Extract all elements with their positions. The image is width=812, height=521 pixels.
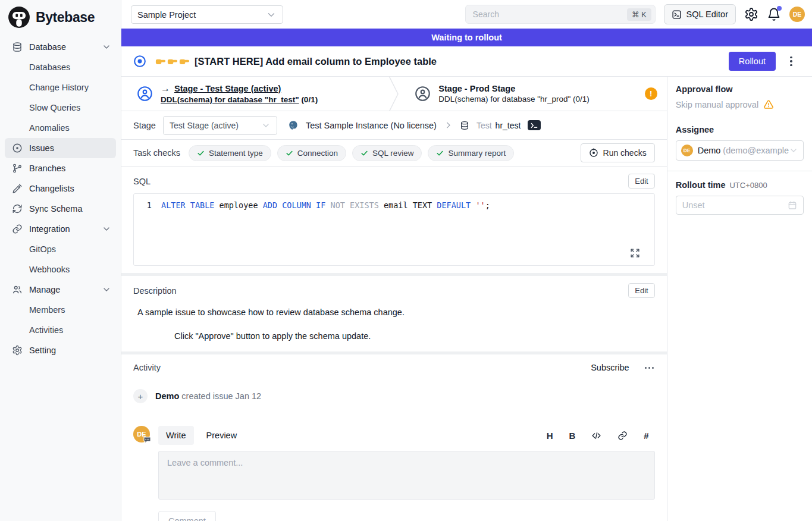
check-pill-summary-report[interactable]: Summary report	[428, 145, 514, 161]
kebab-menu-icon[interactable]	[786, 54, 797, 68]
sql-section-title: SQL	[133, 177, 151, 186]
sidebar-item-anomalies[interactable]: Anomalies	[0, 118, 121, 138]
link-icon	[12, 224, 23, 234]
comment-submit-button[interactable]: Comment	[158, 511, 216, 521]
stage-card-prod[interactable]: Stage - Prod Stage DDL(schema) for datab…	[399, 77, 666, 111]
check-pill-sql-review[interactable]: SQL review	[352, 145, 422, 161]
stage-bar: Stage Test Stage (active) Test Sample In…	[121, 111, 667, 140]
sql-editor-button[interactable]: SQL Editor	[664, 4, 736, 24]
event-action: created issue	[181, 391, 233, 401]
sidebar-nav: Database Databases Change History Slow Q…	[0, 34, 121, 360]
gear-icon[interactable]	[744, 7, 758, 21]
database-name-link[interactable]: hr_test	[496, 121, 521, 130]
assignee-select[interactable]: DE Demo (demo@example	[676, 140, 804, 161]
hash-icon[interactable]: #	[644, 431, 648, 441]
chevron-down-icon	[102, 224, 111, 234]
sidebar-item-gitops[interactable]: GitOps	[0, 239, 121, 259]
status-banner: Waiting to rollout	[121, 29, 812, 46]
chevron-down-icon	[789, 146, 798, 155]
tab-preview[interactable]: Preview	[199, 426, 245, 445]
sidebar-item-manage[interactable]: Manage	[0, 280, 121, 300]
sidebar-item-activities[interactable]: Activities	[0, 320, 121, 340]
sidebar-item-members[interactable]: Members	[0, 300, 121, 320]
sidebar-item-changelists[interactable]: Changelists	[0, 178, 121, 199]
assignee-email: (demo@example	[723, 146, 789, 155]
environment-name: Test	[476, 121, 492, 130]
topbar: Sample Project ⌘ K SQL Editor DE	[121, 0, 812, 29]
stage-task: DDL(schema) for database "hr_prod" (0/1)	[438, 95, 589, 103]
stage-task-progress: (0/1)	[299, 95, 318, 104]
sidebar-item-issues[interactable]: Issues	[5, 138, 116, 158]
sidebar-item-branches[interactable]: Branches	[0, 158, 121, 178]
approval-flow-title: Approval flow	[676, 84, 804, 94]
expand-icon[interactable]	[630, 248, 640, 258]
stage-task-link[interactable]: DDL(schema) for database "hr_test"	[161, 95, 299, 104]
sidebar-item-change-history[interactable]: Change History	[0, 77, 121, 98]
line-number: 1	[134, 200, 161, 210]
sidebar-item-database[interactable]: Database	[0, 37, 121, 57]
task-checks-bar: Task checks Statement type Connection SQ…	[121, 140, 667, 167]
sidebar-item-integration[interactable]: Integration	[0, 219, 121, 239]
postgresql-icon	[288, 120, 299, 131]
assignee-avatar: DE	[681, 145, 693, 156]
sidebar-item-slow-queries[interactable]: Slow Queries	[0, 98, 121, 118]
gear-icon	[12, 345, 23, 356]
sidebar-item-setting[interactable]: Setting	[0, 340, 121, 360]
status-banner-text: Waiting to rollout	[431, 33, 502, 42]
sidebar-item-webhooks[interactable]: Webhooks	[0, 259, 121, 280]
sql-edit-button[interactable]: Edit	[628, 174, 654, 189]
project-select[interactable]: Sample Project	[131, 5, 283, 24]
heading-icon[interactable]: H	[547, 431, 553, 441]
warning-triangle-icon	[763, 99, 774, 110]
stage-select[interactable]: Test Stage (active)	[163, 116, 277, 135]
meatball-menu-icon[interactable]	[644, 365, 655, 371]
rollout-timezone: UTC+0800	[729, 181, 767, 190]
event-actor[interactable]: Demo	[155, 391, 179, 401]
chevron-down-icon	[102, 42, 111, 52]
changelist-icon	[12, 183, 23, 194]
description-paragraph: Click "Approve" button to apply the sche…	[174, 331, 655, 341]
circle-dot-icon	[12, 143, 23, 153]
tab-write[interactable]: Write	[158, 426, 194, 445]
search-input[interactable]	[473, 10, 628, 19]
stage-title-link[interactable]: Stage - Test Stage (active)	[174, 84, 281, 93]
notification-dot	[777, 6, 782, 11]
open-in-sql-editor-icon[interactable]	[528, 120, 541, 130]
user-avatar[interactable]: DE	[789, 7, 805, 22]
pipeline-stages: →Stage - Test Stage (active) DDL(schema)…	[121, 77, 667, 111]
comment-input[interactable]	[158, 451, 655, 500]
bold-icon[interactable]: B	[569, 431, 575, 441]
chevron-down-icon	[266, 10, 277, 20]
issue-side-panel: Approval flow Skip manual approval Assig…	[667, 77, 812, 521]
panel-divider	[667, 171, 812, 171]
check-icon	[286, 149, 293, 157]
sql-code-viewer[interactable]: 1ALTER TABLE employee ADD COLUMN IF NOT …	[133, 193, 655, 266]
description-edit-button[interactable]: Edit	[628, 283, 654, 298]
current-stage-arrow-icon: →	[161, 83, 170, 94]
check-pill-connection[interactable]: Connection	[277, 145, 346, 161]
link-icon[interactable]	[617, 431, 628, 441]
run-checks-button[interactable]: Run checks	[581, 143, 655, 162]
sidebar-item-databases[interactable]: Databases	[0, 57, 121, 77]
subscribe-button[interactable]: Subscribe	[591, 363, 629, 372]
stage-card-test[interactable]: →Stage - Test Stage (active) DDL(schema)…	[121, 77, 388, 111]
project-select-value: Sample Project	[137, 10, 196, 20]
bytebase-logo-icon	[8, 6, 30, 29]
issue-title: [START HERE] Add email column to Employe…	[195, 56, 437, 67]
rollout-time-input[interactable]: Unset	[676, 196, 804, 215]
pointing-hand-emoji	[155, 56, 190, 67]
search-shortcut-badge: ⌘ K	[627, 8, 651, 21]
approval-flow-value: Skip manual approval	[676, 100, 758, 109]
rollout-button[interactable]: Rollout	[729, 52, 776, 71]
bell-icon[interactable]	[767, 7, 781, 21]
sidebar: Bytebase Database Databases Change Histo…	[0, 0, 121, 521]
code-icon[interactable]	[591, 431, 601, 441]
assignee-person-icon	[137, 86, 153, 102]
sidebar-item-sync-schema[interactable]: Sync Schema	[0, 199, 121, 219]
rollout-time-value: Unset	[682, 200, 705, 210]
bytebase-logo[interactable]: Bytebase	[0, 0, 121, 34]
activity-title: Activity	[133, 363, 161, 372]
activity-section: Activity Subscribe + Demo created issue …	[121, 354, 667, 521]
issue-status-open-icon	[133, 55, 146, 68]
check-pill-statement-type[interactable]: Statement type	[189, 145, 271, 161]
